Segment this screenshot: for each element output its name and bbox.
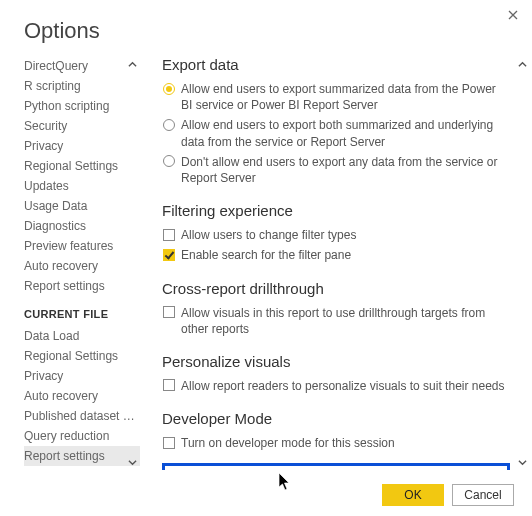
sidebar: DirectQueryR scriptingPython scriptingSe… bbox=[24, 56, 140, 470]
sidebar-item[interactable]: Published dataset set... bbox=[24, 406, 140, 426]
chevron-down-icon[interactable] bbox=[124, 454, 140, 470]
ok-button[interactable]: OK bbox=[382, 484, 444, 506]
sidebar-item[interactable]: Privacy bbox=[24, 366, 140, 386]
sidebar-item[interactable]: Updates bbox=[24, 176, 140, 196]
section-title: Personalize visuals bbox=[162, 353, 510, 370]
sidebar-item[interactable]: Auto recovery bbox=[24, 256, 140, 276]
content-scrollbar[interactable] bbox=[514, 56, 530, 470]
radio-control[interactable] bbox=[163, 119, 175, 131]
chevron-up-icon[interactable] bbox=[124, 56, 140, 72]
section-title: Filtering experience bbox=[162, 202, 510, 219]
checkbox-control[interactable] bbox=[163, 249, 175, 261]
checkbox-control[interactable] bbox=[163, 437, 175, 449]
radio-option[interactable]: Allow end users to export both summarize… bbox=[162, 115, 510, 151]
sidebar-item[interactable]: Auto recovery bbox=[24, 386, 140, 406]
sidebar-item[interactable]: Diagnostics bbox=[24, 216, 140, 236]
option-label: Allow visuals in this report to use dril… bbox=[181, 305, 510, 337]
sidebar-item[interactable]: Query reduction bbox=[24, 426, 140, 446]
checkbox-option[interactable]: Allow visuals in this report to use dril… bbox=[162, 303, 510, 339]
options-dialog: Options DirectQueryR scriptingPython scr… bbox=[0, 0, 532, 516]
checkbox-option[interactable]: Allow report readers to personalize visu… bbox=[162, 376, 510, 396]
sidebar-item[interactable]: Python scripting bbox=[24, 96, 140, 116]
sidebar-item[interactable]: Privacy bbox=[24, 136, 140, 156]
sidebar-item[interactable]: Security bbox=[24, 116, 140, 136]
radio-control[interactable] bbox=[163, 155, 175, 167]
sidebar-item[interactable]: Regional Settings bbox=[24, 346, 140, 366]
sidebar-scrollbar[interactable] bbox=[124, 56, 140, 470]
option-label: Turn on developer mode for this session bbox=[181, 435, 395, 451]
checkbox-option[interactable]: Allow users to change filter types bbox=[162, 225, 510, 245]
sidebar-item[interactable]: Regional Settings bbox=[24, 156, 140, 176]
settings-panel: Export dataAllow end users to export sum… bbox=[150, 56, 532, 470]
checkbox-control[interactable] bbox=[163, 379, 175, 391]
checkbox-control[interactable] bbox=[163, 306, 175, 318]
close-icon[interactable] bbox=[504, 6, 522, 24]
chevron-down-icon[interactable] bbox=[514, 454, 530, 470]
sidebar-item[interactable]: DirectQuery bbox=[24, 56, 140, 76]
option-label: Allow users to change filter types bbox=[181, 227, 356, 243]
chevron-up-icon[interactable] bbox=[514, 56, 530, 72]
option-label: Don't allow end users to export any data… bbox=[181, 154, 510, 186]
sidebar-item[interactable]: Data Load bbox=[24, 326, 140, 346]
sidebar-item[interactable]: Report settings bbox=[24, 446, 140, 466]
sidebar-item[interactable]: Preview features bbox=[24, 236, 140, 256]
sidebar-item[interactable]: R scripting bbox=[24, 76, 140, 96]
mouse-cursor-icon bbox=[278, 472, 292, 492]
dialog-title: Options bbox=[0, 0, 532, 56]
section-title: Developer Mode bbox=[162, 410, 510, 427]
highlighted-section: Modern visual tooltipsUse modern visual … bbox=[162, 463, 510, 470]
section-title: Export data bbox=[162, 56, 510, 73]
checkbox-option[interactable]: Turn on developer mode for this session bbox=[162, 433, 510, 453]
checkbox-control[interactable] bbox=[163, 229, 175, 241]
cancel-button[interactable]: Cancel bbox=[452, 484, 514, 506]
radio-control[interactable] bbox=[163, 83, 175, 95]
section-title: Cross-report drillthrough bbox=[162, 280, 510, 297]
sidebar-item[interactable]: Usage Data bbox=[24, 196, 140, 216]
option-label: Allow end users to export both summarize… bbox=[181, 117, 510, 149]
option-label: Allow report readers to personalize visu… bbox=[181, 378, 505, 394]
sidebar-item[interactable]: Report settings bbox=[24, 276, 140, 296]
radio-option[interactable]: Don't allow end users to export any data… bbox=[162, 152, 510, 188]
sidebar-section-header: CURRENT FILE bbox=[24, 296, 140, 326]
option-label: Allow end users to export summarized dat… bbox=[181, 81, 510, 113]
checkbox-option[interactable]: Enable search for the filter pane bbox=[162, 245, 510, 265]
radio-option[interactable]: Allow end users to export summarized dat… bbox=[162, 79, 510, 115]
option-label: Enable search for the filter pane bbox=[181, 247, 351, 263]
